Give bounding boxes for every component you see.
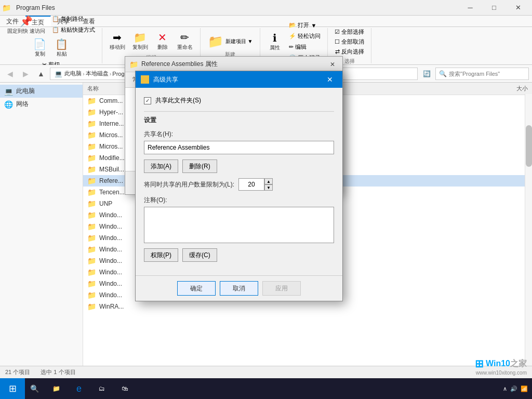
folder-icon: 📁 — [87, 222, 96, 231]
title-bar: 📁 Program Files ─ □ ✕ — [0, 0, 532, 16]
comment-textarea[interactable] — [144, 207, 334, 243]
svg-rect-0 — [142, 76, 148, 83]
refresh-button[interactable]: 🔄 — [420, 67, 433, 81]
new-folder-icon: 📁 — [208, 34, 223, 49]
tray-network-icon[interactable]: 📶 — [521, 385, 528, 392]
adv-body: ✓ 共享此文件夹(S) 设置 共享名(H): 添加(A) 删除(R) 将同时共享… — [136, 88, 342, 275]
invert-label: 反向选择 — [341, 48, 364, 56]
add-share-button[interactable]: 添加(A) — [144, 159, 178, 173]
easy-access-label: 轻松访问 — [298, 32, 321, 40]
open-label: 打开 — [298, 21, 309, 29]
edit-label: 编辑 — [295, 43, 307, 51]
spinner-buttons: ▲ ▼ — [264, 178, 273, 191]
copy-button[interactable]: 📄 复制 — [30, 37, 50, 59]
share-name-label: 共享名(H): — [144, 130, 334, 139]
paste-shortcut-icon: 📋 — [52, 26, 59, 33]
limit-spinner: ▲ ▼ — [238, 178, 273, 191]
properties-title-bar: 📁 Reference Assemblies 属性 ✕ — [125, 57, 342, 72]
copy-to-button[interactable]: 📁 复制到 — [129, 30, 151, 52]
rename-button[interactable]: ✏ 重命名 — [174, 30, 196, 52]
adv-close-button[interactable]: ✕ — [323, 72, 337, 87]
deselect-all-button[interactable]: ☐ 全部取消 — [332, 37, 367, 47]
minimize-button[interactable]: ─ — [458, 0, 482, 16]
edit-button[interactable]: ✏ 编辑 — [286, 42, 323, 52]
title-bar-controls: ─ □ ✕ — [458, 0, 530, 16]
taskbar-search-button[interactable]: 🔍 — [25, 378, 44, 399]
selected-items: 选中 1 个项目 — [41, 368, 75, 376]
tray-speaker-icon[interactable]: 🔊 — [510, 385, 517, 392]
select-all-button[interactable]: ☑ 全部选择 — [332, 27, 367, 37]
adv-sharing-dialog: 高级共享 ✕ ✓ 共享此文件夹(S) 设置 共享名(H): 添加(A) 删除(R… — [135, 71, 343, 301]
folder-icon: 📁 — [87, 119, 96, 128]
folder-icon: 📁 — [87, 268, 96, 276]
folder-icon: 📁 — [87, 234, 96, 242]
title-bar-title: Program Files — [13, 4, 55, 11]
invert-selection-button[interactable]: ⇄ 反向选择 — [332, 47, 367, 57]
search-input[interactable] — [449, 71, 525, 77]
forward-button[interactable]: ▶ — [19, 67, 32, 81]
rename-label: 重命名 — [177, 44, 193, 51]
copy-path-icon: 📋 — [52, 16, 59, 22]
file-item-winrar[interactable]: 📁 WinRA... — [83, 301, 532, 312]
win10-brand-text: Win10 — [486, 359, 510, 368]
taskbar-app-filemanager[interactable]: 🗂 — [91, 378, 112, 399]
maximize-button[interactable]: □ — [482, 0, 506, 16]
move-button[interactable]: ➡ 移动到 — [107, 30, 128, 52]
settings-divider — [144, 111, 334, 112]
folder-icon: 📁 — [87, 280, 96, 288]
move-icon: ➡ — [113, 31, 122, 44]
sidebar-item-pc[interactable]: 💻 此电脑 — [0, 85, 83, 98]
close-button[interactable]: ✕ — [506, 0, 530, 16]
start-button[interactable]: ⊞ — [0, 378, 25, 399]
paste-button[interactable]: 📋 粘贴 — [51, 37, 72, 59]
taskbar: ⊞ 🔍 📁 e 🗂 🛍 ∧ 🔊 📶 — [0, 378, 532, 399]
folder-icon: 📁 — [87, 131, 96, 139]
taskbar-app-explorer[interactable]: 📁 — [46, 378, 66, 399]
pin-button[interactable]: 📌 固定到快 速访问 — [4, 14, 48, 36]
new-item-label: 新建项目 ▼ — [225, 38, 253, 45]
back-button[interactable]: ◀ — [3, 67, 17, 81]
limit-input[interactable] — [238, 178, 264, 191]
rename-icon: ✏ — [180, 31, 189, 44]
clipboard-row2: 📄 复制 📋 粘贴 — [30, 37, 72, 59]
adv-ok-button[interactable]: 确定 — [177, 281, 216, 296]
delete-share-button[interactable]: 删除(R) — [182, 159, 217, 173]
properties-label: 属性 — [270, 44, 280, 51]
delete-button[interactable]: ✕ 删除 — [152, 30, 173, 52]
open-button[interactable]: 📂 打开 ▼ — [286, 20, 323, 30]
adv-dialog-footer: 确定 取消 应用 — [136, 275, 342, 301]
share-name-input[interactable] — [144, 141, 334, 154]
organize-row: ➡ 移动到 📁 复制到 ✕ 删除 ✏ 重命名 — [107, 30, 196, 52]
folder-icon: 📁 — [87, 154, 96, 162]
up-button[interactable]: ▲ — [34, 67, 48, 81]
taskbar-pinned-apps: 📁 e 🗂 🛍 — [46, 378, 135, 399]
comment-label: 注释(O): — [144, 196, 334, 205]
tray-expand-icon[interactable]: ∧ — [503, 385, 507, 392]
scrollbar-thumb[interactable] — [526, 125, 532, 167]
spinner-down-button[interactable]: ▼ — [264, 184, 273, 191]
taskbar-app-edge[interactable]: e — [69, 378, 89, 399]
new-button[interactable]: 📁 新建项目 ▼ — [205, 33, 256, 50]
permissions-button[interactable]: 权限(P) — [144, 248, 178, 262]
share-folder-checkbox[interactable]: ✓ — [144, 97, 151, 104]
copy-path-button[interactable]: 📋 复制路径 — [49, 14, 98, 24]
adv-title-icon — [141, 75, 149, 84]
properties-dialog-title: Reference Assemblies 属性 — [141, 60, 327, 69]
sidebar-item-network[interactable]: 🌐 网络 — [0, 98, 83, 111]
paste-shortcut-button[interactable]: 📋 粘贴快捷方式 — [49, 25, 98, 35]
move-label: 移动到 — [110, 44, 125, 51]
taskbar-tray: ∧ 🔊 📶 — [503, 385, 528, 392]
properties-close-button[interactable]: ✕ — [327, 59, 338, 70]
properties-dialog-icon: 📁 — [129, 60, 138, 69]
properties-icon: ℹ — [273, 32, 277, 44]
cache-button[interactable]: 缓存(C) — [182, 248, 217, 262]
delete-icon: ✕ — [158, 31, 167, 44]
breadcrumb-disk: 本地磁盘 — [86, 70, 109, 77]
taskbar-app-store[interactable]: 🛍 — [114, 378, 135, 399]
add-delete-btn-row: 添加(A) 删除(R) — [144, 159, 334, 173]
easy-access-button[interactable]: ⚡ 轻松访问 — [286, 31, 323, 41]
pc-sidebar-icon: 💻 — [4, 87, 13, 96]
adv-cancel-button[interactable]: 取消 — [220, 281, 258, 296]
scrollbar-track[interactable] — [525, 94, 532, 366]
spinner-up-button[interactable]: ▲ — [264, 178, 273, 184]
